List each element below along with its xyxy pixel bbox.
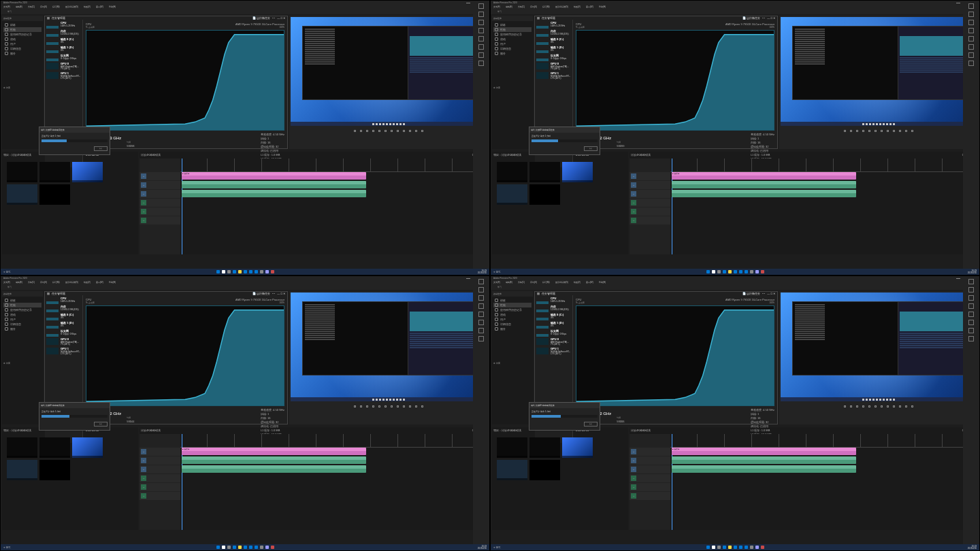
files-icon[interactable]	[238, 546, 242, 549]
transport-controls[interactable]	[354, 127, 423, 134]
project-tab[interactable]: 项目：比较4K峰峰铺满	[493, 153, 521, 158]
track-V2[interactable]: V2	[630, 181, 670, 189]
track-A1[interactable]: A1	[140, 474, 180, 482]
tool-icon[interactable]	[968, 52, 974, 58]
menu-item[interactable]: 图形和标题(G)	[555, 5, 568, 8]
task-icon[interactable]	[717, 546, 721, 549]
tool-icon[interactable]	[968, 336, 974, 341]
tool-icon[interactable]	[478, 36, 484, 41]
track-A2[interactable]: A2	[140, 207, 180, 216]
menu-item[interactable]: 窗口(W)	[96, 281, 103, 284]
bin-clip[interactable]	[7, 460, 37, 480]
clock[interactable]: 16:232023/4/16	[478, 546, 487, 550]
transport-controls[interactable]	[844, 403, 913, 410]
transport-controls[interactable]	[354, 403, 423, 410]
mail-icon[interactable]	[739, 546, 742, 549]
bin-clip[interactable]	[497, 184, 527, 205]
task-icon[interactable]	[227, 546, 231, 549]
preview-screen[interactable]	[291, 17, 487, 126]
menu-item[interactable]: 编辑(E)	[16, 5, 22, 8]
track-V3[interactable]: V3	[140, 172, 180, 180]
bin-clip[interactable]	[39, 184, 70, 205]
timeline-lanes[interactable]: ■ 视频剪辑	[180, 158, 488, 254]
photos-icon[interactable]	[745, 270, 748, 273]
timeline-lanes[interactable]: ■ 视频剪辑	[670, 158, 978, 254]
mail-icon[interactable]	[249, 270, 252, 273]
bin-clip[interactable]	[497, 460, 527, 480]
audio-clip[interactable]	[182, 456, 366, 464]
menu-item[interactable]: 帮助(H)	[109, 281, 116, 284]
tool-icon[interactable]	[478, 61, 484, 66]
menu-item[interactable]: 图形和标题(G)	[65, 5, 78, 8]
track-A3[interactable]: A3	[630, 216, 670, 224]
timeline-lanes[interactable]: ■ 视频剪辑	[180, 434, 488, 530]
preview-screen[interactable]	[781, 293, 977, 401]
menu-item[interactable]: 帮助(H)	[599, 5, 606, 8]
bin-clip[interactable]	[562, 437, 593, 458]
nav-启动[interactable]: 启动	[493, 312, 532, 317]
bin-clip[interactable]	[529, 437, 560, 458]
pr-icon[interactable]	[755, 546, 759, 549]
nav-性能[interactable]: 性能	[493, 27, 532, 32]
audio-clip[interactable]	[672, 456, 856, 464]
bin-clip[interactable]	[562, 162, 593, 182]
menu-item[interactable]: 标记(M)	[52, 5, 60, 8]
bin-clip[interactable]	[72, 162, 103, 182]
menu-item[interactable]: 编辑(E)	[506, 281, 512, 284]
nav-详细信息[interactable]: 详细信息	[493, 46, 532, 51]
audio-clip-2[interactable]	[182, 190, 366, 197]
edge-icon[interactable]	[233, 270, 236, 273]
project-tab[interactable]: 项目：比较4K峰峰铺满	[3, 153, 31, 158]
nav-详细信息[interactable]: 详细信息	[3, 322, 42, 327]
track-A1[interactable]: A1	[630, 199, 670, 207]
menu-item[interactable]: 文件(F)	[3, 5, 10, 8]
menu-item[interactable]: 窗口(W)	[586, 5, 593, 8]
track-V3[interactable]: V3	[630, 448, 670, 456]
clock[interactable]: 16:232023/4/16	[968, 546, 977, 550]
track-V2[interactable]: V2	[140, 456, 180, 465]
tool-icon[interactable]	[968, 287, 974, 293]
preview-screen[interactable]	[291, 293, 487, 401]
audio-clip[interactable]	[182, 181, 366, 188]
track-A1[interactable]: A1	[630, 474, 670, 482]
tool-icon[interactable]	[968, 36, 974, 41]
edge-icon[interactable]	[723, 546, 726, 549]
nav-应用程序历史记录[interactable]: 应用程序历史记录	[493, 307, 532, 312]
task-icon[interactable]	[717, 270, 721, 273]
menu-item[interactable]: 标记(M)	[542, 281, 550, 284]
bin-clip[interactable]	[529, 184, 560, 205]
search-icon[interactable]	[222, 546, 225, 549]
menu-item[interactable]: 编辑(E)	[16, 281, 22, 284]
tool-icon[interactable]	[478, 312, 484, 317]
files-icon[interactable]	[728, 546, 732, 549]
cancel-button[interactable]: 取消	[94, 422, 108, 427]
nav-训练[interactable]: 训练	[493, 298, 532, 303]
nav-性能[interactable]: 性能	[3, 27, 42, 32]
menu-item[interactable]: 序列(S)	[40, 5, 47, 8]
tool-icon[interactable]	[478, 12, 484, 17]
tool-icon[interactable]	[478, 336, 484, 341]
menu-item[interactable]: 序列(S)	[530, 5, 537, 8]
tool-icon[interactable]	[968, 328, 974, 333]
audio-clip-2[interactable]	[672, 190, 856, 197]
menu-item[interactable]: 窗口(W)	[96, 5, 103, 8]
track-A3[interactable]: A3	[140, 492, 180, 500]
files-icon[interactable]	[728, 270, 732, 273]
store-icon[interactable]	[244, 546, 247, 549]
project-tab[interactable]: 项目：比较4K峰峰铺满	[3, 429, 31, 434]
tool-icon[interactable]	[478, 295, 484, 301]
video-clip[interactable]: ■ 视频剪辑	[672, 448, 856, 455]
track-V2[interactable]: V2	[630, 456, 670, 465]
tool-icon[interactable]	[968, 61, 974, 66]
start-icon[interactable]	[216, 546, 220, 549]
menu-item[interactable]: 视图(V)	[574, 281, 581, 284]
menu-item[interactable]: 文件(F)	[3, 281, 10, 284]
nav-用户[interactable]: 用户	[493, 41, 532, 46]
track-A3[interactable]: A3	[140, 216, 180, 224]
tool-icon[interactable]	[968, 28, 974, 33]
menu-item[interactable]: 剪辑(C)	[518, 5, 525, 8]
settings-link[interactable]: ⚙ 设置	[492, 361, 533, 424]
track-V1[interactable]: V1	[630, 465, 670, 473]
menu-item[interactable]: 序列(S)	[530, 281, 537, 284]
menu-item[interactable]: 视图(V)	[84, 281, 91, 284]
